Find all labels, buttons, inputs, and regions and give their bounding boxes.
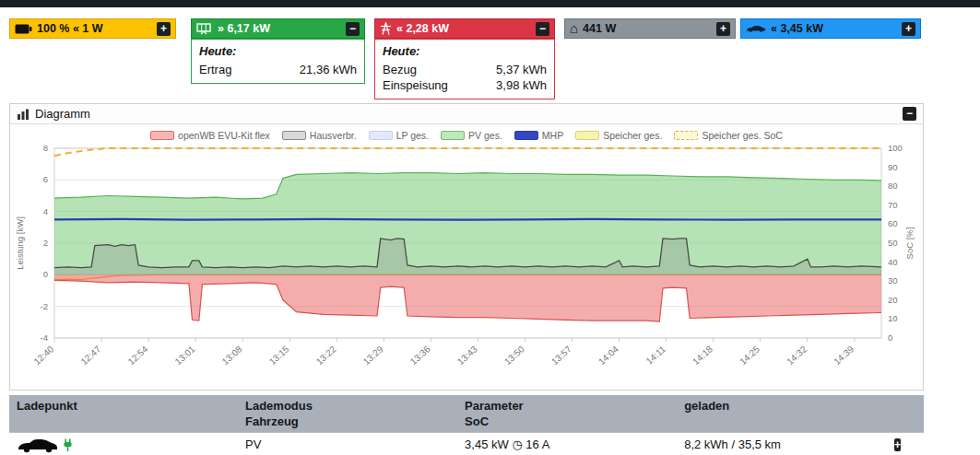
legend-item[interactable]: Hausverbr. [282, 130, 357, 141]
pv-collapse-button[interactable]: − [346, 22, 360, 36]
legend-label: Speicher ges. SoC [702, 130, 783, 141]
svg-text:50: 50 [888, 238, 898, 248]
diagram-collapse-button[interactable]: − [903, 107, 916, 121]
svg-text:0: 0 [43, 269, 48, 279]
grid-detail-panel: Heute: Bezug 5,37 kWh Einspeisung 3,98 k… [374, 39, 555, 99]
mode-vehicle-cell: PV Porsche Taycan [238, 433, 457, 455]
svg-text:20: 20 [888, 295, 898, 305]
svg-text:13:43: 13:43 [455, 344, 479, 367]
legend-label: MHP [542, 130, 563, 141]
legend-item[interactable]: openWB EVU-Kit flex [150, 130, 270, 141]
grid-collapse-button[interactable]: − [536, 22, 549, 36]
svg-text:13:08: 13:08 [220, 344, 244, 367]
chargepoint-tile-label: « 3,45 kW [771, 22, 823, 35]
svg-text:13:50: 13:50 [502, 344, 526, 367]
svg-text:100: 100 [888, 143, 903, 153]
grid-einspeisung-label: Einspeisung [383, 77, 448, 93]
solar-panel-icon [196, 23, 213, 35]
vehicle-silhouette-icon [17, 437, 59, 453]
chart-legend: openWB EVU-Kit flexHausverbr.LP ges.PV g… [12, 126, 921, 141]
svg-text:10: 10 [888, 313, 898, 323]
power-value: 3,45 kW [465, 438, 509, 451]
legend-label: PV ges. [468, 130, 502, 141]
svg-text:40: 40 [888, 257, 898, 267]
grid-einspeisung-value: 3,98 kWh [496, 77, 547, 93]
grid-bezug-label: Bezug [383, 62, 417, 77]
header-ladepunkt: Ladepunkt [9, 395, 238, 433]
row-actions-cell: + [887, 433, 924, 455]
legend-item[interactable]: PV ges. [441, 130, 502, 141]
pv-tile: » 6,17 kW − [191, 18, 365, 39]
svg-text:13:01: 13:01 [173, 344, 197, 367]
grid-tile-label: « 2,28 kW [396, 22, 449, 35]
chargepoint-expand-button[interactable]: + [902, 22, 915, 36]
header-parameter-soc: ParameterSoC [457, 395, 677, 433]
legend-label: openWB EVU-Kit flex [178, 130, 270, 141]
svg-text:2: 2 [43, 238, 48, 248]
row-expand-button[interactable]: + [894, 438, 901, 451]
status-tiles: 100 % « 1 W + » 6,17 kW − Heute: Ertr [9, 18, 924, 99]
car-icon [746, 23, 766, 34]
battery-tile: 100 % « 1 W + [9, 18, 176, 39]
legend-item[interactable]: Speicher ges. SoC [674, 130, 783, 141]
clock-icon: ◷ [512, 438, 522, 451]
legend-label: LP ges. [396, 130, 429, 141]
geladen-cell: 8,2 kWh / 35,5 km [677, 433, 887, 455]
house-tile: ⌂ 441 W + [564, 18, 736, 39]
svg-text:60: 60 [888, 218, 898, 228]
diagram-chart: -4-202468010203040506070809010012:4012:4… [12, 141, 918, 386]
svg-text:13:22: 13:22 [314, 344, 338, 367]
table-header-row: Ladepunkt LademodusFahrzeug ParameterSoC… [9, 395, 924, 433]
grid-detail-title: Heute: [383, 44, 547, 58]
svg-text:SoC [%]: SoC [%] [904, 228, 915, 260]
header-lademodus-fahrzeug: LademodusFahrzeug [238, 395, 457, 433]
legend-label: Speicher ges. [603, 130, 662, 141]
diagram-title: Diagramm [35, 107, 90, 121]
svg-text:30: 30 [888, 275, 898, 286]
diagram-header: Diagramm − [10, 104, 923, 124]
pv-detail-panel: Heute: Ertrag 21,36 kWh [191, 39, 365, 84]
pv-tile-label: » 6,17 kW [218, 22, 270, 35]
grid-tile: « 2,28 kW − [374, 18, 555, 39]
svg-text:12:54: 12:54 [125, 344, 149, 367]
house-expand-button[interactable]: + [716, 22, 730, 36]
svg-text:4: 4 [43, 206, 48, 216]
svg-text:13:29: 13:29 [361, 344, 385, 367]
battery-expand-button[interactable]: + [157, 22, 171, 36]
svg-text:70: 70 [888, 200, 898, 210]
legend-item[interactable]: Speicher ges. [575, 130, 662, 141]
house-tile-label: 441 W [583, 22, 616, 35]
legend-item[interactable]: LP ges. [369, 130, 429, 141]
table-row: PV Porsche Taycan 3,45 kW ◷ 16 A 8,2 kWh… [9, 433, 924, 455]
lademodus-value: PV [245, 437, 450, 452]
header-geladen: geladen [677, 395, 887, 433]
svg-text:14:11: 14:11 [644, 344, 668, 367]
legend-swatch [674, 131, 698, 140]
legend-swatch [514, 131, 538, 140]
svg-text:80: 80 [888, 181, 898, 191]
svg-text:14:39: 14:39 [832, 344, 856, 367]
chargepoint-table: Ladepunkt LademodusFahrzeug ParameterSoC… [9, 395, 924, 455]
parameter-cell: 3,45 kW ◷ 16 A [457, 433, 677, 455]
battery-tile-label: 100 % « 1 W [37, 22, 103, 35]
svg-text:8: 8 [43, 143, 48, 153]
svg-text:12:40: 12:40 [31, 344, 55, 367]
header-actions [887, 395, 924, 433]
legend-swatch [441, 131, 465, 140]
pv-detail-title: Heute: [199, 44, 357, 58]
plug-icon [63, 438, 73, 452]
pv-ertrag-value: 21,36 kWh [300, 62, 357, 77]
diagram-panel: Diagramm − openWB EVU-Kit flexHausverbr.… [9, 103, 924, 391]
legend-swatch [575, 131, 599, 140]
power-pylon-icon [380, 22, 392, 35]
battery-icon [15, 24, 32, 34]
legend-item[interactable]: MHP [514, 130, 563, 141]
svg-text:13:57: 13:57 [549, 344, 573, 367]
svg-text:Leistung [kW]: Leistung [kW] [15, 216, 25, 270]
current-value: 16 A [525, 438, 549, 451]
top-navbar [0, 0, 980, 7]
svg-text:13:15: 13:15 [267, 344, 291, 367]
svg-text:-2: -2 [41, 301, 48, 311]
grid-bezug-value: 5,37 kWh [496, 62, 547, 77]
legend-swatch [282, 131, 306, 140]
